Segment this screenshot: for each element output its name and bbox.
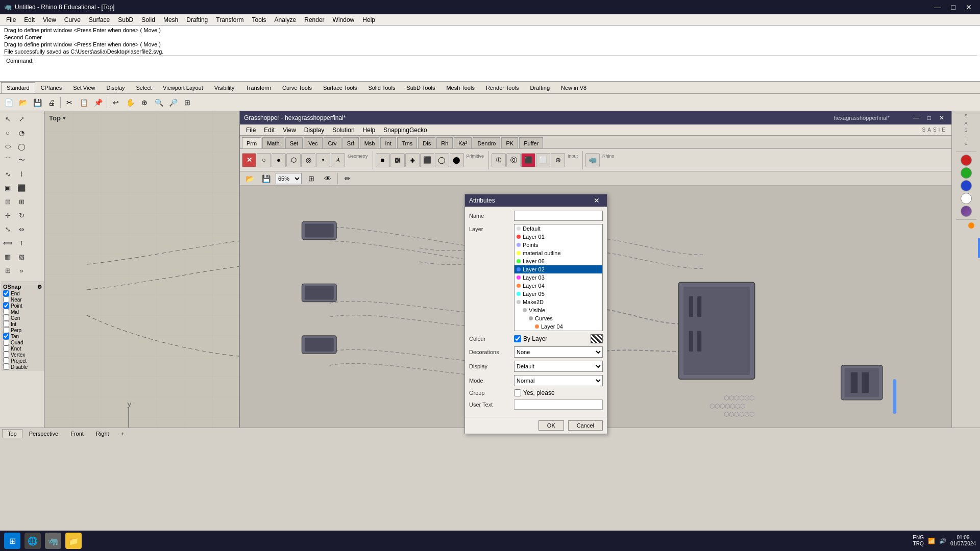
gh-btn-prim-2[interactable]: ▩ [390, 153, 405, 167]
tab-subdtools[interactable]: SubD Tools [401, 82, 440, 93]
gh-tab-srf[interactable]: Srf [342, 137, 359, 148]
attr-usertext-area[interactable] [514, 399, 603, 410]
attr-close-button[interactable]: ✕ [591, 195, 603, 206]
viewport-arrow[interactable]: ▼ [62, 115, 67, 121]
dim-tool[interactable]: ⟺ [1, 236, 14, 249]
menu-surface[interactable]: Surface [85, 15, 114, 24]
menu-edit[interactable]: Edit [20, 15, 39, 24]
attr-mode-select[interactable]: Normal Hidden Ghosted Wireframe Shaded [514, 375, 603, 386]
layer-material-outline[interactable]: material outline [514, 249, 602, 257]
zoom-window-button[interactable]: 🔎 [166, 96, 180, 109]
osnap-mid-check[interactable] [3, 309, 9, 315]
rotate-tool[interactable]: ↻ [15, 209, 28, 222]
osnap-int-check[interactable] [3, 321, 9, 327]
spline-tool[interactable]: ⌇ [15, 167, 28, 181]
vp-tab-front[interactable]: Front [65, 429, 89, 438]
layer-points[interactable]: Points [514, 241, 602, 249]
menu-transform[interactable]: Transform [212, 15, 248, 24]
rp-color-white[interactable] [961, 193, 972, 204]
ellipse-arc-tool[interactable]: ◯ [15, 140, 28, 153]
vp-tab-top[interactable]: Top [2, 429, 22, 438]
menu-drafting[interactable]: Drafting [182, 15, 212, 24]
gh-tab-set[interactable]: Set [285, 137, 303, 148]
gh-menu-solution[interactable]: Solution [328, 126, 358, 135]
vp-tab-right[interactable]: Right [90, 429, 115, 438]
gh-canvas-save[interactable]: 💾 [259, 172, 273, 185]
attr-colour-swatch[interactable] [591, 334, 603, 343]
layer-06[interactable]: Layer 06 [514, 257, 602, 265]
rp-color-green[interactable] [961, 167, 972, 179]
gh-btn-input-4[interactable]: ⬜ [536, 153, 550, 167]
gh-tab-trns[interactable]: Trns [397, 137, 418, 148]
gh-menu-view[interactable]: View [279, 126, 300, 135]
gh-btn-circle3[interactable]: ◎ [301, 153, 315, 167]
layer-05[interactable]: Layer 05 [514, 290, 602, 298]
gh-btn-prim-5[interactable]: ◯ [435, 153, 449, 167]
print-button[interactable]: 🖨 [45, 96, 58, 109]
gh-btn-rhino-1[interactable]: 🦏 [585, 153, 600, 167]
move-tool[interactable]: ✛ [1, 209, 14, 222]
gh-tab-ka2[interactable]: Ka² [454, 137, 472, 148]
layer-make2d[interactable]: Make2D [514, 298, 602, 306]
osnap-end-check[interactable] [3, 290, 9, 296]
save-button[interactable]: 💾 [31, 96, 44, 109]
text-tool[interactable]: T [15, 236, 28, 249]
gh-maximize[interactable]: □ [924, 113, 934, 122]
osnap-cen-check[interactable] [3, 315, 9, 321]
gh-btn-input-5[interactable]: ⊕ [551, 153, 565, 167]
tab-meshtools[interactable]: Mesh Tools [440, 82, 480, 93]
menu-help[interactable]: Help [358, 15, 379, 24]
snap-button[interactable]: ⊕ [138, 96, 151, 109]
layer-03[interactable]: Layer 03 [514, 273, 602, 282]
osnap-vertex-check[interactable] [3, 352, 9, 358]
menu-analyze[interactable]: Analyze [271, 15, 301, 24]
mesh-from-srf[interactable]: ⊞ [15, 195, 28, 208]
gh-btn-input-1[interactable]: ① [492, 153, 506, 167]
layer-01[interactable]: Layer 01 [514, 233, 602, 241]
gh-menu-display[interactable]: Display [300, 126, 328, 135]
tab-viewportlayout[interactable]: Viewport Layout [157, 82, 209, 93]
tab-drafting[interactable]: Drafting [525, 82, 556, 93]
attr-cancel-button[interactable]: Cancel [568, 420, 603, 431]
layer-04-nested[interactable]: Layer 04 [533, 322, 602, 331]
tab-cplanes[interactable]: CPlanes [35, 82, 68, 93]
menu-window[interactable]: Window [329, 15, 359, 24]
layer-list[interactable]: Default Layer 01 Points material outline… [514, 224, 603, 331]
osnap-point-check[interactable] [3, 303, 9, 309]
osnap-perp-check[interactable] [3, 327, 9, 333]
minimize-button[interactable]: — [930, 2, 945, 12]
gh-btn-input-3[interactable]: ⬛ [521, 153, 535, 167]
menu-subd[interactable]: SubD [114, 15, 137, 24]
layer-default[interactable]: Default [514, 224, 602, 233]
close-button[interactable]: ✕ [962, 2, 976, 12]
tab-newinv8[interactable]: New in V8 [555, 82, 592, 93]
menu-curve[interactable]: Curve [60, 15, 85, 24]
mirror-tool[interactable]: ⇔ [15, 222, 28, 236]
gh-search-icon[interactable]: S [922, 127, 926, 133]
menu-render[interactable]: Render [300, 15, 328, 24]
attr-decorations-select[interactable]: None [514, 346, 603, 358]
gh-btn-prim-3[interactable]: ◈ [405, 153, 420, 167]
copy-button[interactable]: 📋 [77, 96, 90, 109]
gh-zoom-extents[interactable]: ⊞ [305, 172, 318, 185]
block-tool[interactable]: ▧ [15, 250, 28, 263]
rp-color-purple[interactable] [961, 206, 972, 217]
menu-view[interactable]: View [39, 15, 60, 24]
command-input-line[interactable]: Command: [3, 55, 977, 65]
tab-setview[interactable]: Set View [67, 82, 101, 93]
gh-btn-a[interactable]: A [331, 153, 345, 167]
layer-04[interactable]: Layer 04 [514, 282, 602, 290]
gh-menu-help[interactable]: Help [359, 126, 380, 135]
surface-tool[interactable]: ▣ [1, 181, 14, 194]
attr-display-select[interactable]: Default [514, 361, 603, 372]
gh-btn-prim-4[interactable]: ⬛ [420, 153, 434, 167]
gh-minimize[interactable]: — [910, 113, 922, 122]
rp-color-red[interactable] [961, 155, 972, 166]
arc-tool[interactable]: ◔ [15, 126, 28, 139]
gh-btn-circle2[interactable]: ● [272, 153, 286, 167]
select-tool-2[interactable]: ⤢ [15, 112, 28, 126]
attr-name-input[interactable] [514, 211, 603, 221]
circle-tool[interactable]: ○ [1, 126, 14, 139]
solid-tool[interactable]: ⬛ [15, 181, 28, 194]
gh-menu-file[interactable]: File [242, 126, 260, 135]
